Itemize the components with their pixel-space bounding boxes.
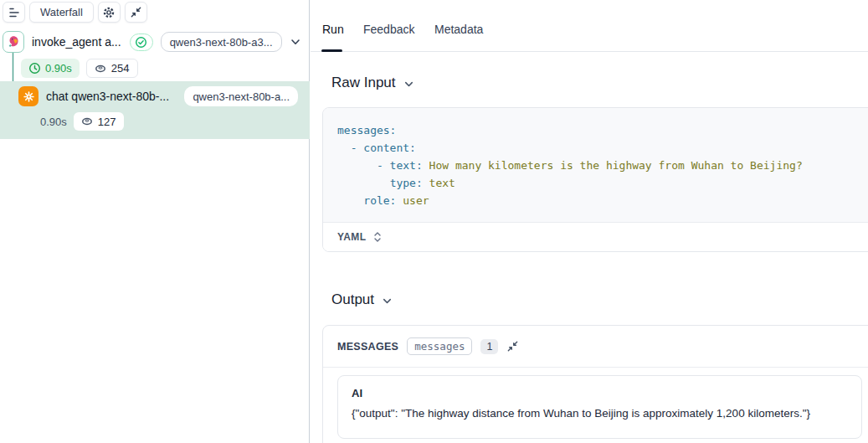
message-output-text: {"output": "The highway distance from Wu… <box>352 407 848 420</box>
tab-metadata[interactable]: Metadata <box>434 23 483 36</box>
trace-tree-panel: Waterfall <box>0 0 310 443</box>
collapse-icon[interactable] <box>506 340 519 353</box>
collapse-all-button[interactable] <box>125 2 147 23</box>
filter-button[interactable] <box>3 2 25 23</box>
yaml-code-block[interactable]: messages: - content: - text: How many ki… <box>323 108 868 223</box>
token-coin-icon <box>81 116 93 126</box>
root-duration-badge: 0.90s <box>21 59 80 78</box>
messages-section-label: MESSAGES <box>337 341 398 353</box>
run-detail-panel: Run Feedback Metadata Raw Input messages… <box>311 0 868 443</box>
messages-header: MESSAGES messages 1 <box>323 326 868 368</box>
clock-icon <box>28 62 41 75</box>
root-span-stats: 0.90s 254 <box>21 59 138 78</box>
trace-toolbar: Waterfall <box>3 2 147 23</box>
gear-icon <box>102 6 116 19</box>
llm-flower-icon <box>18 86 39 106</box>
tab-feedback[interactable]: Feedback <box>363 23 414 36</box>
chat-span-stats: 0.90s 127 <box>40 112 124 131</box>
output-section-toggle[interactable]: Output <box>331 291 393 308</box>
token-coin-icon <box>95 64 106 74</box>
trace-row-chat[interactable]: chat qwen3-next-80b-... qwen3-next-80b-a… <box>18 85 298 107</box>
collapse-icon <box>130 6 142 18</box>
root-duration-value: 0.90s <box>45 62 72 75</box>
chevron-down-icon <box>403 75 415 90</box>
span-name-root: invoke_agent a... <box>32 35 121 49</box>
check-circle-icon <box>135 36 147 49</box>
status-success-badge <box>130 33 153 51</box>
settings-button[interactable] <box>98 2 121 23</box>
output-messages-card: MESSAGES messages 1 AI {"output": "The h… <box>322 325 868 443</box>
chat-token-badge: 127 <box>74 112 124 131</box>
filter-icon <box>8 6 21 19</box>
raw-input-section-toggle[interactable]: Raw Input <box>331 75 415 91</box>
parrot-icon[interactable] <box>3 31 24 53</box>
chat-duration-value: 0.90s <box>40 116 67 128</box>
raw-input-title: Raw Input <box>331 75 396 91</box>
root-token-badge: 254 <box>86 59 138 78</box>
waterfall-button[interactable]: Waterfall <box>29 2 94 23</box>
root-token-count: 254 <box>111 62 130 75</box>
waterfall-button-label: Waterfall <box>40 6 83 18</box>
detail-tabs-bar: Run Feedback Metadata <box>311 0 868 52</box>
messages-key-chip: messages <box>407 337 472 355</box>
tab-run[interactable]: Run <box>322 23 344 36</box>
updown-chevrons-icon[interactable] <box>372 230 383 244</box>
trace-row-chat-selected[interactable]: chat qwen3-next-80b-... qwen3-next-80b-a… <box>0 81 310 139</box>
model-chip-root[interactable]: qwen3-next-80b-a3... <box>161 32 282 52</box>
messages-count-badge: 1 <box>480 339 498 354</box>
format-select-label[interactable]: YAML <box>337 231 367 243</box>
code-footer: YAML <box>323 223 868 251</box>
output-title: Output <box>331 291 374 308</box>
span-name-chat: chat qwen3-next-80b-... <box>46 90 169 103</box>
active-tab-underline <box>321 49 342 52</box>
message-role-label: AI <box>352 387 848 399</box>
chevron-down-icon[interactable] <box>289 35 302 49</box>
trace-viewer-app: Waterfall <box>0 0 868 443</box>
model-chip-chat[interactable]: qwen3-next-80b-a... <box>184 86 298 106</box>
chat-token-count: 127 <box>98 116 116 128</box>
ai-message-card[interactable]: AI {"output": "The highway distance from… <box>337 375 862 439</box>
chevron-down-icon <box>381 292 393 307</box>
trace-row-invoke-agent[interactable]: invoke_agent a... qwen3-next-80b-a3... <box>3 31 302 53</box>
raw-input-code-card: messages: - content: - text: How many ki… <box>322 107 868 252</box>
